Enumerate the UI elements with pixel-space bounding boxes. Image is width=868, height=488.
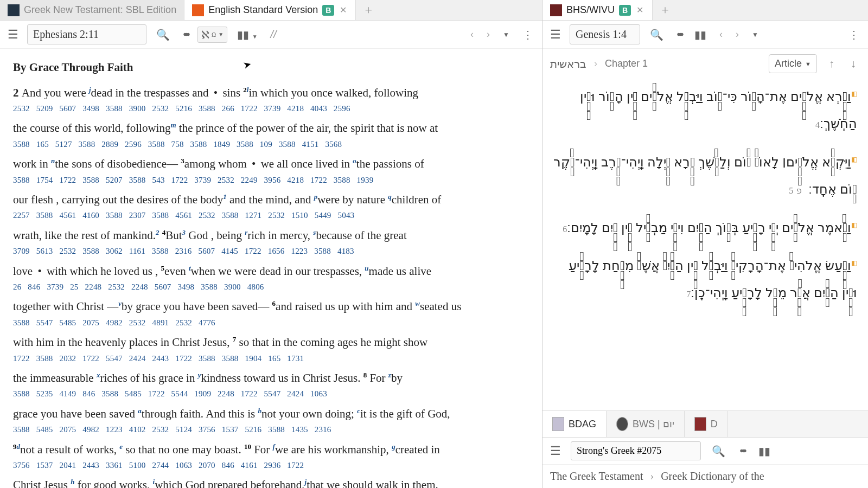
hebrew-verse[interactable]: ◧וַיִּקְרָ֨א אֱלֹהִ֤ים׀ לָאוֹר֙ י֔וֹם וְ… [553,149,857,203]
hamburger-icon[interactable]: ☰ [548,442,563,460]
add-tab-button[interactable]: + [653,0,678,20]
footnote-marker[interactable]: j [89,86,91,94]
strongs-numbers[interactable]: 26 846 3739 25 2248 2532 2248 5607 3498 … [13,280,529,298]
verse-line[interactable]: work in nthe sons of disobedience— 3amon… [13,155,529,173]
footnote-marker[interactable]: g [392,442,395,451]
strongs-numbers[interactable]: 3588 5235 4149 846 3588 5485 1722 5544 1… [13,387,529,404]
strongs-numbers[interactable]: 2257 3588 4561 4160 3588 2307 3588 4561 … [13,208,529,226]
footnote-marker[interactable]: 1 [223,192,227,201]
parallel-icon[interactable]: // [267,26,280,43]
verse-line[interactable]: grace you have been saved athrough faith… [13,405,529,423]
footnote-marker[interactable]: y [198,371,201,379]
strongs-numbers[interactable]: 1722 3588 2032 1722 5547 2424 2443 1722 … [13,351,529,369]
close-icon[interactable]: ✕ [635,5,644,15]
verse-number[interactable]: 10 [244,442,251,451]
nav-dropdown-icon[interactable]: ▼ [749,29,762,41]
footnote-marker[interactable]: h [71,478,74,486]
tab-greek-nt[interactable]: Greek New Testament: SBL Edition [0,0,184,20]
verse-line[interactable]: 2 And you were jdead in the trespasses a… [13,84,529,102]
footnote-marker[interactable]: 3 [182,228,186,236]
footnote-marker[interactable]: c [357,407,360,415]
footnote-marker[interactable]: w [415,299,420,307]
interlinear-toggle[interactable]: ℵΩ ▼ [197,27,227,43]
tab-bhs[interactable]: BHS/WIVU B ✕ [542,0,653,20]
bc-item[interactable]: Greek Dictionary of the [661,470,764,482]
note-icon[interactable]: ◧ [851,156,857,163]
bc-chapter[interactable]: Chapter 1 [605,58,648,69]
verse-number[interactable]: 8 [363,371,367,379]
footnote-marker[interactable]: n [51,157,55,165]
columns-icon[interactable]: ▮▮ [691,26,710,43]
nav-next-button[interactable]: › [732,27,742,42]
verse-line[interactable]: 9dnot a result of works, e so that no on… [13,441,529,459]
footnote-marker[interactable]: s [313,228,316,236]
strongs-numbers[interactable]: 3588 165 5127 3588 2889 2596 3588 758 35… [13,137,529,155]
strongs-numbers[interactable]: 3588 1754 1722 3588 5207 3588 543 1722 3… [13,173,529,191]
verse-number[interactable]: 6 [272,299,276,307]
columns-icon[interactable]: ▮▮ [755,442,774,460]
nav-dropdown-icon[interactable]: ▼ [500,29,513,41]
verse-number[interactable]: 5 [161,264,165,272]
tab-esv[interactable]: English Standard Version B ✕ [184,0,356,20]
footnote-marker[interactable]: d [17,442,21,451]
hamburger-icon[interactable]: ☰ [548,25,563,44]
verse-line[interactable]: with him in the heavenly places in Chris… [13,333,529,351]
footnote-marker[interactable]: e [119,442,123,451]
verse-number[interactable]: 3 [181,157,184,165]
scroll-down-button[interactable]: ↓ [846,55,860,72]
cluster-icon[interactable]: ⦁⦁⦁ [673,26,685,43]
verse-line[interactable]: the course of this world, followingm the… [13,119,529,137]
verse-line[interactable]: the immeasurable xriches of his grace in… [13,369,529,387]
verse-number[interactable]: 4 [162,228,166,236]
verse-line[interactable]: together with Christ —vby grace you have… [13,298,529,316]
footnote-marker[interactable]: t [189,264,191,272]
nav-prev-button[interactable]: ‹ [716,27,726,42]
verse-number[interactable]: 5 [783,186,793,195]
footnote-marker[interactable]: z [388,371,391,379]
verse-line[interactable]: Christ Jesus h for good works, iwhich Go… [13,476,529,488]
footnote-marker[interactable]: v [118,299,122,307]
verse-line[interactable]: wrath, like the rest of mankind.2 4But3 … [13,227,529,245]
footnote-marker[interactable]: q [388,192,392,201]
hebrew-verse[interactable]: ◧וַיֹּ֣אמֶר אֱלֹהִ֔ים יְהִ֥י רָקִ֖יעַ בְ… [553,214,857,241]
subtab-d[interactable]: D [685,411,728,437]
bc-book[interactable]: בראשית [550,57,586,70]
hebrew-verse[interactable]: ◧וַיַּ֣עַשׂ אֱלֹהִים֮ אֶת־הָרָקִיעַ֒ וַי… [553,252,857,307]
verse-line[interactable]: love • with which he loved us , 5even tw… [13,262,529,280]
article-dropdown[interactable]: Article ▼ [769,54,817,73]
search-icon[interactable]: 🔍 [709,442,729,460]
footnote-marker[interactable]: j [305,478,307,486]
cluster-icon[interactable]: ⦁⦁⦁ [736,442,748,459]
chapter-number[interactable]: 2 [13,86,22,99]
subtab-bdag[interactable]: BDAG [542,411,607,437]
more-icon[interactable]: ⋮ [519,26,537,43]
scroll-up-button[interactable]: ↑ [825,55,839,72]
verse-number[interactable]: 4 [810,120,820,130]
note-icon[interactable]: ◧ [851,221,857,229]
footnote-marker[interactable]: 2 [156,228,159,236]
verse-number[interactable]: 6 [557,224,567,234]
hebrew-verse[interactable]: ◧וַיַּ֧רְא אֱלֹהִ֛ים אֶת־הָא֖וֹר כִּי־ט֑… [553,83,857,138]
verse-line[interactable]: our flesh , carrying out the desires of … [13,191,529,209]
footnote-marker[interactable]: l [247,86,249,94]
reference-input[interactable] [27,24,146,44]
footnote-marker[interactable]: o [353,157,356,165]
strongs-numbers[interactable]: 3709 5613 2532 3588 3062 1161 3588 2316 … [13,244,529,262]
reference-input[interactable] [570,24,640,44]
note-icon[interactable]: ◧ [851,90,857,98]
columns-icon[interactable]: ▮▮ ▼ [234,26,260,43]
footnote-marker[interactable]: m [170,121,176,129]
bc-item[interactable]: The Greek Testament [550,470,643,482]
nav-prev-button[interactable]: ‹ [467,27,477,42]
lexicon-input[interactable] [571,441,701,460]
footnote-marker[interactable]: x [97,371,100,379]
footnote-marker[interactable]: u [365,264,368,272]
more-icon[interactable]: ⋮ [845,26,863,43]
nav-next-button[interactable]: › [483,27,493,42]
verse-number[interactable]: 7 [681,290,691,299]
strongs-numbers[interactable]: 3756 1537 2041 2443 3361 5100 2744 1063 … [13,458,529,476]
add-tab-button[interactable]: + [356,0,381,20]
strongs-numbers[interactable]: 3588 5547 5485 2075 4982 2532 4891 2532 … [13,316,529,333]
cluster-icon[interactable]: ⦁⦁⦁ [180,26,191,43]
strongs-numbers[interactable]: 3588 5485 2075 4982 1223 4102 2532 5124 … [13,422,529,440]
